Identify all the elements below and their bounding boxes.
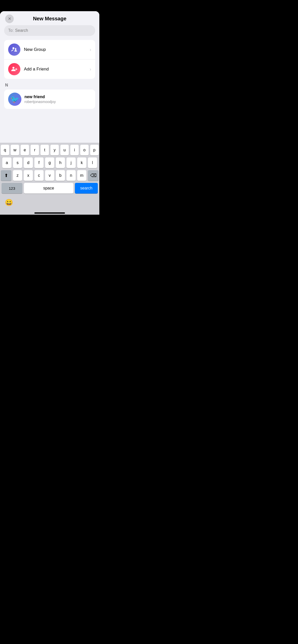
key-r[interactable]: r xyxy=(31,145,39,155)
avatar: 🐦 xyxy=(8,93,21,106)
keyboard-bottom-row: 123 space search xyxy=(1,183,99,194)
numbers-key[interactable]: 123 xyxy=(2,183,22,194)
add-friend-label: Add a Friend xyxy=(24,67,90,72)
status-bar xyxy=(0,0,99,11)
friend-info: new friend robertjonasmoodjoy xyxy=(24,95,91,104)
key-z[interactable]: z xyxy=(13,170,22,181)
key-g[interactable]: g xyxy=(45,157,54,168)
key-w[interactable]: w xyxy=(11,145,19,155)
section-header-n: N xyxy=(0,83,99,90)
friend-item[interactable]: 🐦 new friend robertjonasmoodjoy xyxy=(4,90,95,109)
home-indicator xyxy=(34,212,65,214)
key-k[interactable]: k xyxy=(77,157,86,168)
key-y[interactable]: y xyxy=(50,145,59,155)
svg-point-0 xyxy=(12,47,15,49)
friend-name: new friend xyxy=(24,95,91,99)
page-title: New Message xyxy=(33,16,66,22)
keyboard-row-1: q w e r t y u i o p xyxy=(1,145,99,155)
key-s[interactable]: s xyxy=(13,157,22,168)
key-m[interactable]: m xyxy=(77,170,86,181)
content-spacer xyxy=(0,109,99,143)
new-group-label: New Group xyxy=(24,47,90,52)
home-indicator-container xyxy=(0,210,99,215)
keyboard-row-2: a s d f g h j k l xyxy=(1,157,99,168)
new-group-item[interactable]: New Group › xyxy=(4,40,95,59)
key-l[interactable]: l xyxy=(88,157,97,168)
keyboard-row-3: ⬆ z x c v b n m ⌫ xyxy=(1,170,99,181)
to-label: To: xyxy=(8,28,13,33)
header: ✕ New Message xyxy=(0,11,99,25)
close-button[interactable]: ✕ xyxy=(5,14,14,23)
add-friend-item[interactable]: Add a Friend › xyxy=(4,59,95,79)
new-group-chevron: › xyxy=(90,47,91,52)
svg-point-4 xyxy=(12,67,15,69)
action-cards: New Group › Add a Friend › xyxy=(4,40,95,79)
key-i[interactable]: i xyxy=(70,145,79,155)
close-icon: ✕ xyxy=(8,17,11,21)
modal-container: ✕ New Message To: New Group › xyxy=(0,11,99,215)
emoji-button[interactable]: 😀 xyxy=(4,198,14,207)
key-v[interactable]: v xyxy=(45,170,54,181)
space-key[interactable]: space xyxy=(24,183,73,194)
key-n[interactable]: n xyxy=(66,170,76,181)
key-c[interactable]: c xyxy=(34,170,44,181)
friend-list: 🐦 new friend robertjonasmoodjoy xyxy=(4,90,95,109)
delete-key[interactable]: ⌫ xyxy=(88,170,99,181)
key-q[interactable]: q xyxy=(1,145,9,155)
key-t[interactable]: t xyxy=(40,145,49,155)
key-a[interactable]: a xyxy=(2,157,11,168)
search-input[interactable] xyxy=(15,28,91,33)
key-f[interactable]: f xyxy=(34,157,44,168)
friend-username: robertjonasmoodjoy xyxy=(24,100,91,104)
search-bar[interactable]: To: xyxy=(4,25,95,36)
add-friend-icon xyxy=(8,63,20,75)
key-o[interactable]: o xyxy=(80,145,89,155)
key-d[interactable]: d xyxy=(24,157,33,168)
keyboard-extras: 😀 xyxy=(0,196,99,210)
search-bar-container: To: xyxy=(0,25,99,39)
key-u[interactable]: u xyxy=(60,145,69,155)
key-p[interactable]: p xyxy=(90,145,99,155)
shift-key[interactable]: ⬆ xyxy=(1,170,11,181)
key-h[interactable]: h xyxy=(56,157,65,168)
add-friend-chevron: › xyxy=(90,67,91,72)
key-j[interactable]: j xyxy=(66,157,76,168)
key-e[interactable]: e xyxy=(21,145,29,155)
keyboard: q w e r t y u i o p a s d f g h j k l ⬆ … xyxy=(0,143,99,196)
key-x[interactable]: x xyxy=(24,170,33,181)
new-group-icon xyxy=(8,43,20,56)
search-key[interactable]: search xyxy=(75,183,98,194)
key-b[interactable]: b xyxy=(56,170,65,181)
